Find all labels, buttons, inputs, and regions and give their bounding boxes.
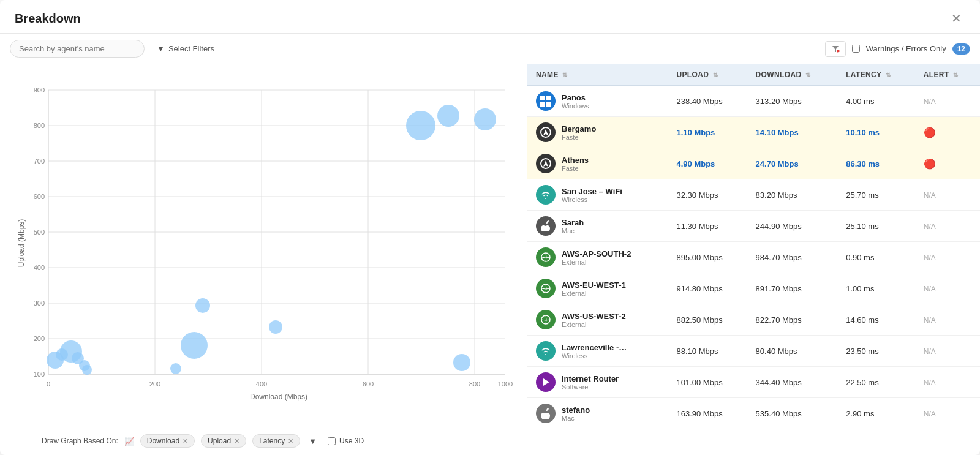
table-row[interactable]: Panos Windows 238.40 Mbps313.20 Mbps4.00… [527,86,980,117]
agent-name-cell: San Jose – WiFi Wireless [527,179,668,211]
alert-na: N/A [924,410,936,418]
agent-name: AWS-US-WEST-2 [562,312,626,321]
agent-type: Wireless [562,352,627,359]
svg-rect-34 [546,96,551,100]
svg-text:700: 700 [34,157,45,165]
chart-container: Upload (Mbps) [7,72,519,428]
use3d-checkbox[interactable] [328,437,336,445]
scatter-point [170,363,181,374]
search-wrap [10,40,145,58]
close-button[interactable]: ✕ [948,11,965,26]
download-cell: 14.10 Mbps [747,117,838,148]
sort-latency-icon[interactable]: ⇅ [886,72,891,78]
sort-name-icon[interactable]: ⇅ [562,72,567,78]
table-row[interactable]: stefano Mac 163.90 Mbps535.40 Mbps2.90 m… [527,398,980,429]
search-input[interactable] [10,40,145,58]
warnings-text: Warnings / Errors Only [866,44,946,53]
filter-label: Select Filters [168,44,214,53]
tag-download-remove[interactable]: ✕ [183,437,188,445]
latency-cell: 25.70 ms [837,179,915,211]
upload-cell: 4.90 Mbps [668,148,747,179]
agents-table: NAME ⇅ UPLOAD ⇅ DOWNLOAD ⇅ LATENCY ⇅ ALE… [527,64,980,429]
agent-avatar [536,404,556,423]
agent-avatar [536,122,556,142]
dropdown-icon[interactable]: ▼ [309,437,317,446]
agent-name-cell: Athens Faste [527,148,668,179]
svg-text:1000: 1000 [498,380,513,388]
download-cell: 313.20 Mbps [747,86,838,117]
agent-name: stefano [562,405,590,415]
toolbar: ▼ Select Filters Warnings / Errors Only … [0,34,980,64]
agent-type: External [562,258,631,266]
download-cell: 83.20 Mbps [747,179,838,211]
table-row[interactable]: Sarah Mac 11.30 Mbps244.90 Mbps25.10 msN… [527,211,980,242]
alert-cell: N/A [915,242,980,273]
alert-error-icon: 🔴 [924,127,936,138]
tag-upload: Upload ✕ [201,434,246,448]
table-row[interactable]: AWS-US-WEST-2 External 882.50 Mbps822.70… [527,304,980,336]
svg-rect-35 [540,102,545,107]
col-download: DOWNLOAD ⇅ [747,64,838,86]
agent-type: Faste [562,133,596,141]
agent-avatar [536,372,556,392]
clear-filter-button[interactable] [825,41,846,57]
agent-avatar [536,216,556,236]
alert-cell: N/A [915,367,980,398]
agent-name: Panos [562,93,589,102]
agent-name-cell: AWS-US-WEST-2 External [527,304,668,336]
agent-type: External [562,321,626,328]
latency-cell: 4.00 ms [837,86,915,117]
download-cell: 984.70 Mbps [747,242,838,273]
warnings-checkbox[interactable] [852,45,860,53]
tag-upload-label: Upload [208,437,231,445]
tag-download: Download ✕ [140,434,195,448]
table-row[interactable]: AWS-EU-WEST-1 External 914.80 Mbps891.70… [527,273,980,304]
upload-cell: 1.10 Mbps [668,117,747,148]
svg-marker-44 [543,378,549,386]
table-row[interactable]: San Jose – WiFi Wireless 32.30 Mbps83.20… [527,179,980,211]
graph-icon: 📈 [124,437,134,446]
latency-cell: 25.10 ms [837,211,915,242]
alert-cell: N/A [915,86,980,117]
tag-latency-remove[interactable]: ✕ [288,437,293,445]
agent-name: AWS-EU-WEST-1 [562,280,626,290]
svg-text:500: 500 [34,228,45,236]
chart-area: Upload (Mbps) [0,64,527,455]
alert-na: N/A [924,316,936,325]
col-latency: LATENCY ⇅ [837,64,915,86]
agent-type: Mac [562,415,590,422]
table-row[interactable]: Bergamo Faste 1.10 Mbps14.10 Mbps10.10 m… [527,117,980,148]
upload-cell: 882.50 Mbps [668,304,747,336]
col-name: NAME ⇅ [527,64,668,86]
sort-download-icon[interactable]: ⇅ [805,72,810,78]
agent-name-cell: Internet Router Software [527,367,668,398]
sort-upload-icon[interactable]: ⇅ [713,72,718,78]
svg-text:600: 600 [34,193,45,200]
svg-text:900: 900 [34,86,45,94]
table-row[interactable]: Internet Router Software 101.00 Mbps344.… [527,367,980,398]
scatter-point [474,108,496,130]
alert-cell: N/A [915,304,980,336]
upload-cell: 11.30 Mbps [668,211,747,242]
table-row[interactable]: Athens Faste 4.90 Mbps24.70 Mbps86.30 ms… [527,148,980,179]
tag-upload-remove[interactable]: ✕ [234,437,239,445]
svg-text:800: 800 [34,122,45,129]
svg-text:200: 200 [149,380,160,388]
table-row[interactable]: AWS-AP-SOUTH-2 External 895.00 Mbps984.7… [527,242,980,273]
alert-cell: N/A [915,273,980,304]
upload-cell: 88.10 Mbps [668,336,747,367]
agent-avatar [536,247,556,267]
upload-cell: 238.40 Mbps [668,86,747,117]
filter-button[interactable]: ▼ Select Filters [151,40,221,57]
agent-name: Internet Router [562,374,619,383]
alert-badge: 12 [952,43,970,55]
agent-name: Athens [562,156,589,165]
agent-name-cell: Lawrenceville -… Wireless [527,336,668,367]
table-row[interactable]: Lawrenceville -… Wireless 88.10 Mbps80.4… [527,336,980,367]
agent-name-cell: stefano Mac [527,398,668,429]
alert-cell: N/A [915,179,980,211]
sort-alert-icon[interactable]: ⇅ [953,72,958,78]
use3d-wrap: Use 3D [328,437,364,445]
svg-rect-36 [546,102,551,107]
download-cell: 80.40 Mbps [747,336,838,367]
